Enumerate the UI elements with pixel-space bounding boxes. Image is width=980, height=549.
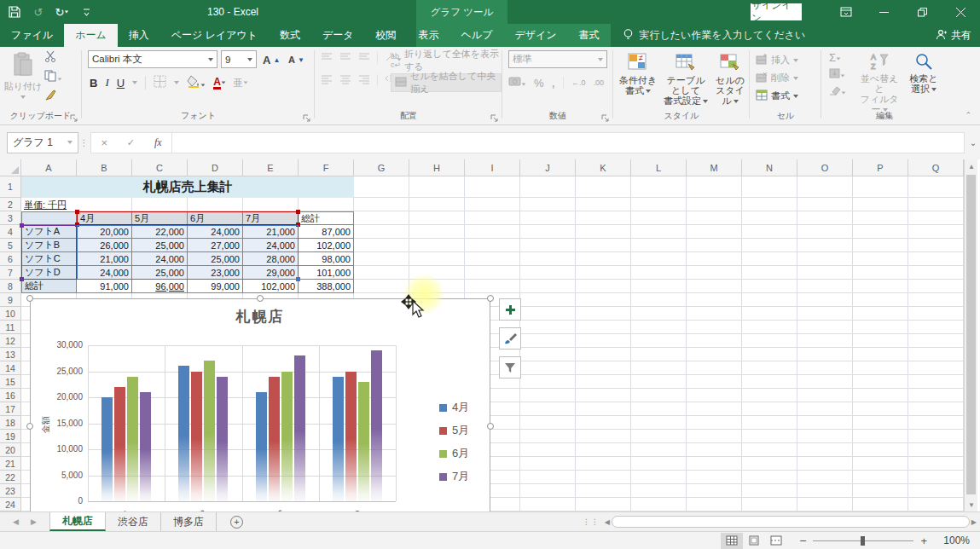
tab-splitter[interactable]: ⋮⋮ xyxy=(583,517,600,526)
sheet-tab-札幌店[interactable]: 札幌店 xyxy=(49,512,106,531)
cell-styles-button[interactable]: セルのスタイル xyxy=(711,47,749,106)
row-header-19[interactable]: 19 xyxy=(0,430,21,443)
vertical-scrollbar[interactable]: ▲ ▼ xyxy=(964,159,977,511)
tab-review[interactable]: 校閲 xyxy=(365,24,408,47)
row-header-22[interactable]: 22 xyxy=(0,471,21,484)
bold-button[interactable]: B xyxy=(90,77,97,90)
cell-row-total[interactable]: 101,000 xyxy=(299,266,354,280)
decrease-decimal-icon[interactable]: .00 xyxy=(594,78,605,87)
font-size-combo[interactable]: 9 xyxy=(221,50,257,68)
accounting-format-icon[interactable] xyxy=(508,76,526,90)
tab-file[interactable]: ファイル xyxy=(0,24,64,47)
cell-value[interactable]: 24,000 xyxy=(132,252,188,266)
cell-value[interactable]: 29,000 xyxy=(243,266,299,280)
paste-dropdown-icon[interactable] xyxy=(20,95,26,99)
cell-value[interactable]: 26,000 xyxy=(77,239,132,252)
phonetic-guide-button[interactable]: 亜 xyxy=(234,77,248,90)
sheet-tab-渋谷店[interactable]: 渋谷店 xyxy=(106,512,161,531)
ribbon-display-options-icon[interactable] xyxy=(826,0,865,24)
row-header-5[interactable]: 5 xyxy=(0,239,21,252)
column-header-J[interactable]: J xyxy=(520,159,576,176)
row-header-18[interactable]: 18 xyxy=(0,416,21,430)
cell-month-header[interactable]: 7月 xyxy=(243,211,299,225)
row-header-10[interactable]: 10 xyxy=(0,307,21,321)
chart-bar-6月-ソフトD[interactable] xyxy=(358,382,369,501)
cell-row-total[interactable]: 98,000 xyxy=(299,252,354,266)
chart-elements-button[interactable] xyxy=(499,298,521,321)
cancel-icon[interactable]: × xyxy=(101,136,107,149)
font-dialog-launcher-icon[interactable] xyxy=(303,113,311,122)
underline-button[interactable]: U xyxy=(117,77,125,90)
cell-unit[interactable]: 単価: 千円 xyxy=(21,198,77,211)
row-header-21[interactable]: 21 xyxy=(0,457,21,471)
column-header-D[interactable]: D xyxy=(188,159,243,176)
paste-button[interactable]: 貼り付け xyxy=(3,47,43,99)
delete-cells-button[interactable]: 削除 xyxy=(756,69,798,87)
redo-icon[interactable]: ↻ xyxy=(55,4,70,20)
horizontal-scroll-thumb[interactable] xyxy=(612,516,970,528)
column-header-P[interactable]: P xyxy=(853,159,908,176)
sheet-nav-left-icon[interactable]: ◀ xyxy=(13,517,19,526)
row-header-1[interactable]: 1 xyxy=(0,176,21,198)
cell-column-total[interactable]: 96,000 xyxy=(132,280,188,293)
row-header-12[interactable]: 12 xyxy=(0,334,21,348)
cell-series-name[interactable]: ソフトC xyxy=(21,252,77,266)
zoom-out-icon[interactable]: − xyxy=(799,534,806,547)
scroll-right-icon[interactable]: ▶ xyxy=(971,518,977,526)
zoom-in-icon[interactable]: + xyxy=(920,535,927,547)
select-all-corner[interactable] xyxy=(0,159,21,176)
enter-icon[interactable]: ✓ xyxy=(127,137,135,148)
close-icon[interactable] xyxy=(942,0,980,24)
tell-me-box[interactable]: 実行したい作業を入力してください xyxy=(623,24,806,47)
chart-selection-handle[interactable] xyxy=(26,423,33,430)
fill-color-icon[interactable] xyxy=(187,75,206,90)
format-cells-button[interactable]: 書式 xyxy=(756,87,798,105)
tab-view[interactable]: 表示 xyxy=(408,24,450,47)
cut-icon[interactable] xyxy=(44,50,62,65)
tab-chart-format[interactable]: 書式 xyxy=(568,24,611,47)
chart-y-axis-title[interactable]: 金額 xyxy=(40,399,52,433)
number-dialog-launcher-icon[interactable] xyxy=(601,113,610,122)
chart-bar-6月-ソフトC[interactable] xyxy=(281,372,293,502)
copy-icon[interactable] xyxy=(44,70,62,84)
scroll-up-icon[interactable]: ▲ xyxy=(965,159,978,173)
vertical-scroll-thumb[interactable] xyxy=(966,175,976,494)
merge-center-button[interactable]: セルを結合して中央揃え xyxy=(391,73,502,92)
expand-formula-bar-icon[interactable]: ⌄ xyxy=(966,138,980,147)
cell-month-header[interactable]: 6月 xyxy=(188,211,243,225)
cell-value[interactable]: 21,000 xyxy=(77,252,132,266)
insert-cells-button[interactable]: 挿入 xyxy=(756,51,798,69)
cell-value[interactable]: 21,000 xyxy=(243,225,299,239)
page-break-view-button[interactable] xyxy=(765,533,787,549)
row-header-20[interactable]: 20 xyxy=(0,443,21,457)
cell-title[interactable]: 札幌店売上集計 xyxy=(21,176,354,198)
cell-value[interactable]: 27,000 xyxy=(188,239,243,252)
chart-bar-4月-ソフトD[interactable] xyxy=(333,377,344,501)
chart-bar-5月-ソフトC[interactable] xyxy=(269,377,280,501)
cell-series-name[interactable]: ソフトD xyxy=(21,266,77,280)
share-button[interactable]: 共有 xyxy=(936,24,971,47)
tab-help[interactable]: ヘルプ xyxy=(450,24,504,47)
align-center-icon[interactable] xyxy=(339,74,351,87)
format-as-table-button[interactable]: テーブルとして書式設定 xyxy=(662,47,710,106)
row-header-4[interactable]: 4 xyxy=(0,225,21,239)
row-header-23[interactable]: 23 xyxy=(0,484,21,498)
chart-bar-6月-ソフトB[interactable] xyxy=(204,361,215,501)
align-left-icon[interactable] xyxy=(321,74,333,87)
column-header-M[interactable]: M xyxy=(687,159,742,176)
sign-in-button[interactable]: サインイン xyxy=(751,3,802,20)
cell-column-total[interactable]: 99,000 xyxy=(188,280,243,293)
row-header-8[interactable]: 8 xyxy=(0,280,21,293)
row-header-11[interactable]: 11 xyxy=(0,321,21,334)
cell-series-name[interactable]: ソフトB xyxy=(21,239,77,252)
format-painter-icon[interactable] xyxy=(44,90,62,104)
cell-value[interactable]: 24,000 xyxy=(77,266,132,280)
cell-column-total[interactable]: 91,000 xyxy=(77,280,132,293)
chart-selection-handle[interactable] xyxy=(487,295,494,302)
cell-value[interactable]: 24,000 xyxy=(243,239,299,252)
legend-item-6月[interactable]: 6月 xyxy=(439,446,469,461)
column-header-L[interactable]: L xyxy=(631,159,687,176)
tab-data[interactable]: データ xyxy=(311,24,365,47)
sort-filter-button[interactable]: AZ 並べ替えとフィルター xyxy=(856,47,902,114)
cell-value[interactable]: 22,000 xyxy=(132,225,188,239)
